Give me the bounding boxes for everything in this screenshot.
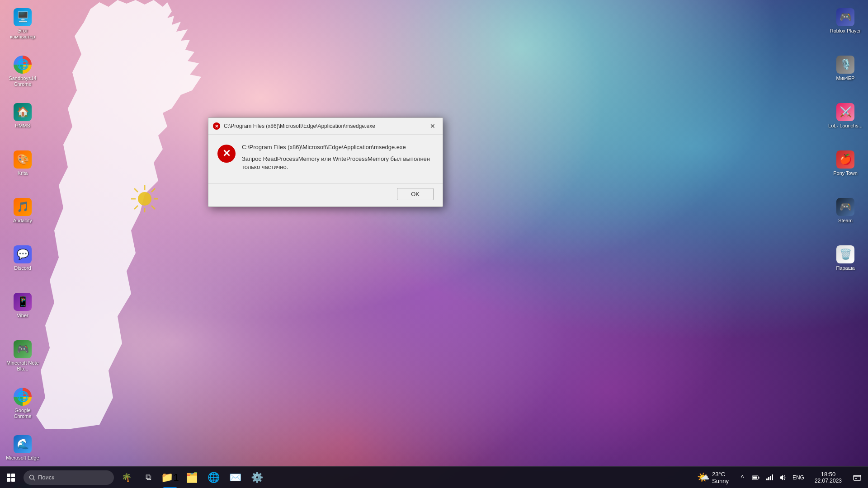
volume-icon bbox=[779, 474, 787, 481]
dialog-overlay: ✕ C:\Program Files (x86)\Microsoft\Edge\… bbox=[0, 0, 868, 488]
dialog-titlebar: ✕ C:\Program Files (x86)\Microsoft\Edge\… bbox=[208, 118, 443, 135]
svg-point-1 bbox=[138, 192, 151, 206]
svg-line-6 bbox=[134, 188, 138, 192]
dialog-ok-button[interactable]: OK bbox=[397, 188, 434, 200]
systray: ^ bbox=[732, 469, 810, 486]
network-icon bbox=[766, 474, 773, 481]
svg-marker-23 bbox=[780, 475, 783, 480]
svg-rect-12 bbox=[7, 478, 10, 482]
taskbar-pinned-apps: 📁1🗂️🌐✉️⚙️ bbox=[159, 467, 268, 488]
taskbar-app-file-explorer2[interactable]: 🗂️ bbox=[181, 467, 203, 488]
svg-rect-19 bbox=[766, 479, 768, 480]
taskbar: Поиск 🌴 ⧉ 📁1🗂️🌐✉️⚙️ 🌤️ 23°C Sunny ^ bbox=[0, 466, 868, 488]
start-button[interactable] bbox=[0, 467, 22, 488]
systray-network-icon[interactable] bbox=[763, 469, 776, 486]
weather-sun-icon: 🌤️ bbox=[697, 472, 709, 483]
taskbar-app-chrome[interactable]: 🌐 bbox=[203, 467, 224, 488]
dialog-content: C:\Program Files (x86)\Microsoft\Edge\Ap… bbox=[242, 144, 434, 171]
weather-info: 23°C Sunny bbox=[712, 471, 729, 484]
svg-line-7 bbox=[151, 206, 155, 209]
svg-rect-18 bbox=[753, 476, 757, 479]
sun-symbol bbox=[129, 183, 160, 215]
svg-rect-24 bbox=[854, 475, 861, 480]
clock-area[interactable]: 18:50 22.07.2023 bbox=[810, 467, 846, 488]
dialog-title-icon: ✕ bbox=[213, 122, 220, 130]
svg-rect-21 bbox=[770, 476, 771, 480]
clock-time: 18:50 bbox=[821, 471, 836, 478]
svg-rect-20 bbox=[768, 477, 769, 480]
systray-battery-icon[interactable] bbox=[750, 469, 762, 486]
dialog-buttons: OK bbox=[208, 183, 443, 206]
svg-rect-22 bbox=[772, 474, 773, 480]
taskbar-badge-explorer: 1 bbox=[173, 472, 179, 483]
svg-line-15 bbox=[33, 479, 35, 480]
search-icon bbox=[29, 474, 35, 481]
dialog-error-icon: ✕ bbox=[217, 145, 236, 163]
dialog-filename: C:\Program Files (x86)\Microsoft\Edge\Ap… bbox=[242, 144, 434, 150]
svg-rect-11 bbox=[11, 474, 15, 477]
error-dialog: ✕ C:\Program Files (x86)\Microsoft\Edge\… bbox=[208, 117, 443, 207]
systray-volume-icon[interactable] bbox=[777, 469, 789, 486]
battery-icon bbox=[752, 475, 760, 480]
search-label: Поиск bbox=[38, 474, 54, 481]
svg-line-8 bbox=[151, 188, 155, 192]
taskbar-search[interactable]: Поиск bbox=[24, 470, 114, 485]
taskbar-palmtree[interactable]: 🌴 bbox=[116, 467, 137, 488]
clock-date: 22.07.2023 bbox=[815, 478, 842, 484]
weather-desc: Sunny bbox=[712, 478, 729, 484]
notification-icon bbox=[853, 474, 861, 482]
svg-point-14 bbox=[30, 475, 34, 479]
windows-logo-icon bbox=[7, 474, 15, 482]
taskbar-app-explorer[interactable]: 📁1 bbox=[159, 467, 181, 488]
systray-chevron[interactable]: ^ bbox=[736, 469, 749, 486]
taskbar-app-mail[interactable]: ✉️ bbox=[224, 467, 246, 488]
weather-area[interactable]: 🌤️ 23°C Sunny bbox=[693, 467, 732, 488]
weather-temp: 23°C bbox=[712, 471, 729, 478]
dialog-close-button[interactable]: ✕ bbox=[427, 121, 438, 131]
dialog-title-text: C:\Program Files (x86)\Microsoft\Edge\Ap… bbox=[224, 123, 424, 129]
taskbar-app-settings[interactable]: ⚙️ bbox=[246, 467, 268, 488]
desktop: 🖥️Этот компьютер🌐Sandboys14 Chrome🏠HMMS🎨… bbox=[0, 0, 868, 488]
svg-rect-17 bbox=[758, 477, 759, 479]
dialog-body: ✕ C:\Program Files (x86)\Microsoft\Edge\… bbox=[208, 135, 443, 176]
task-view-icon: ⧉ bbox=[146, 473, 151, 482]
dialog-message: Запрос ReadProcessMemory или WriteProces… bbox=[242, 155, 434, 171]
notification-center-button[interactable] bbox=[846, 467, 868, 488]
systray-lang[interactable]: ENG bbox=[790, 469, 807, 486]
svg-line-9 bbox=[134, 206, 138, 209]
palm-tree-icon: 🌴 bbox=[122, 473, 132, 483]
task-view-button[interactable]: ⧉ bbox=[137, 467, 159, 488]
svg-rect-13 bbox=[11, 478, 15, 482]
svg-rect-10 bbox=[7, 474, 10, 477]
